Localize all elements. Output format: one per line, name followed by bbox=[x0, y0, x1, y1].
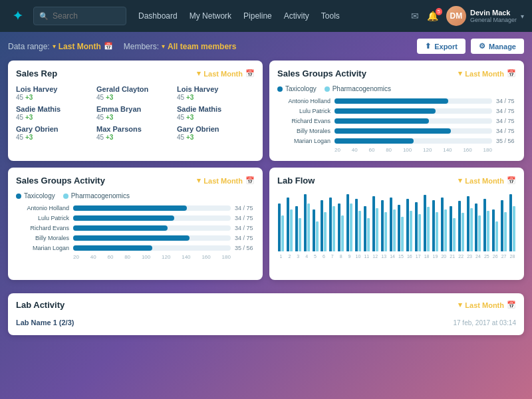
lf-bar-wrap bbox=[483, 199, 489, 251]
bar-label: Antonio Holland bbox=[16, 205, 69, 211]
rep-name: Lois Harvey bbox=[16, 85, 94, 93]
lf-bar-wrap bbox=[390, 198, 396, 251]
lf-bar-light bbox=[436, 212, 438, 251]
bar-row: Antonio Holland 34 / 75 bbox=[277, 98, 516, 104]
lab-activity-item: Lab Name 1 (2/3) 17 feb, 2017 at 03:14 bbox=[16, 317, 516, 329]
lf-label: 7 bbox=[331, 254, 334, 259]
nav-link-activity[interactable]: Activity bbox=[284, 11, 309, 21]
lf-label: 1 bbox=[279, 254, 282, 259]
bar-row: Antonio Holland 34 / 75 bbox=[16, 205, 255, 211]
legend-label: Taxicology bbox=[285, 85, 317, 92]
lf-bar-dark bbox=[313, 209, 315, 251]
lf-bar-wrap bbox=[372, 196, 378, 251]
bar-row: Marian Logan 35 / 56 bbox=[277, 138, 516, 144]
lf-bar-light bbox=[324, 212, 327, 251]
bar-track bbox=[334, 98, 492, 104]
rep-stats: 45 +3 bbox=[96, 114, 174, 121]
axis-label: 100 bbox=[403, 147, 412, 153]
user-name: Devin Mack bbox=[470, 9, 517, 17]
sales-groups-top-period-value[interactable]: Last Month bbox=[465, 70, 504, 78]
lab-flow-column: 7 bbox=[329, 198, 336, 259]
lf-bar-light bbox=[470, 208, 473, 251]
sales-groups-bottom-title: Sales Groups Activity bbox=[16, 176, 105, 186]
lf-bar-light bbox=[393, 209, 396, 251]
la-cal-icon[interactable]: 📅 bbox=[507, 301, 516, 309]
bar-label: Lulu Patrick bbox=[16, 215, 69, 221]
bar-fill-dark bbox=[334, 118, 429, 124]
lf-bar-wrap bbox=[295, 206, 301, 251]
axis-label: 160 bbox=[201, 254, 210, 260]
lf-cal-icon[interactable]: 📅 bbox=[507, 176, 516, 185]
nav-link-pipeline[interactable]: Pipeline bbox=[243, 11, 272, 21]
lf-bar-wrap bbox=[450, 206, 456, 251]
lf-label: 3 bbox=[297, 254, 299, 259]
search-box[interactable]: 🔍 bbox=[33, 7, 126, 25]
rep-item: Lois Harvey 45 +3 bbox=[177, 85, 255, 101]
lf-bar-dark bbox=[475, 203, 477, 251]
rep-stats: 45 +3 bbox=[16, 114, 94, 121]
sgt-legend: TaxicologyPharmacogenomics bbox=[277, 85, 516, 92]
nav-link-tools[interactable]: Tools bbox=[321, 11, 340, 21]
lf-label: 28 bbox=[510, 254, 515, 259]
search-input[interactable] bbox=[53, 11, 120, 21]
axis-label: 180 bbox=[483, 147, 492, 153]
date-range-filter: Data range: ▾ Last Month 📅 bbox=[8, 42, 113, 51]
lab-activity-period-value[interactable]: Last Month bbox=[465, 301, 504, 309]
bar-value: 35 / 56 bbox=[235, 245, 255, 251]
bar-label: Richard Evans bbox=[277, 118, 331, 124]
lf-label: 27 bbox=[501, 254, 507, 259]
lf-bar-light bbox=[495, 221, 498, 251]
sgb-bar-chart: Antonio Holland 34 / 75 Lulu Patrick 34 … bbox=[16, 205, 255, 251]
rep-item: Lois Harvey 45 +3 bbox=[16, 85, 94, 101]
lab-flow-title: Lab Flow bbox=[277, 176, 315, 186]
lf-label: 21 bbox=[450, 254, 455, 259]
members-label: Members: bbox=[124, 42, 159, 51]
sales-groups-bottom-period-value[interactable]: Last Month bbox=[203, 177, 243, 185]
date-calendar-icon[interactable]: 📅 bbox=[104, 42, 113, 51]
sgb-cal-icon[interactable]: 📅 bbox=[245, 176, 255, 185]
lf-bar-light bbox=[376, 208, 378, 251]
sales-groups-top-period: ▾ Last Month 📅 bbox=[458, 69, 516, 78]
lf-bar-wrap bbox=[415, 202, 421, 251]
nav-right: ✉ 🔔5 DM Devin Mack General Manager ▾ bbox=[411, 6, 524, 26]
nav-link-dashboard[interactable]: Dashboard bbox=[138, 11, 178, 21]
legend-item: Taxicology bbox=[16, 192, 55, 200]
lf-bar-dark bbox=[321, 200, 323, 251]
lab-flow-column: 15 bbox=[397, 205, 404, 259]
bar-label: Marian Logan bbox=[16, 245, 69, 251]
lf-label: 22 bbox=[458, 254, 464, 259]
lab-flow-column: 10 bbox=[354, 199, 362, 259]
lab-flow-column: 22 bbox=[458, 201, 465, 259]
nav-link-my-network[interactable]: My Network bbox=[190, 11, 231, 21]
bell-icon[interactable]: 🔔5 bbox=[427, 11, 438, 21]
export-icon: ⬆ bbox=[425, 42, 431, 51]
bar-track bbox=[334, 108, 492, 114]
lf-bar-wrap bbox=[432, 200, 438, 251]
lab-flow-period-value[interactable]: Last Month bbox=[465, 177, 504, 185]
sgt-cal-icon[interactable]: 📅 bbox=[507, 69, 516, 78]
lab-flow-column: 19 bbox=[432, 200, 439, 259]
lf-bar-wrap bbox=[321, 200, 327, 251]
lf-bar-dark bbox=[329, 198, 332, 251]
lf-bar-light bbox=[307, 203, 310, 251]
lab-flow-column: 23 bbox=[466, 196, 473, 259]
rep-name: Gary Obrien bbox=[16, 125, 94, 133]
export-button[interactable]: ⬆ Export bbox=[417, 39, 466, 54]
user-menu[interactable]: DM Devin Mack General Manager ▾ bbox=[446, 6, 524, 26]
rep-stats: 45 +3 bbox=[96, 94, 174, 101]
lab-flow-column: 9 bbox=[346, 194, 353, 259]
manage-button[interactable]: ⚙ Manage bbox=[471, 39, 524, 54]
lf-bar-dark bbox=[287, 198, 289, 251]
sales-rep-period-value[interactable]: Last Month bbox=[203, 70, 243, 78]
members-value[interactable]: All team members bbox=[168, 42, 236, 51]
sales-rep-cal-icon[interactable]: 📅 bbox=[245, 69, 255, 78]
date-range-value[interactable]: Last Month bbox=[59, 42, 101, 51]
mail-icon[interactable]: ✉ bbox=[411, 11, 419, 21]
rep-item: Emma Bryan 45 +3 bbox=[96, 105, 174, 121]
lab-flow-chart: 1 2 3 4 5 6 7 bbox=[277, 192, 516, 272]
lf-bar-dark bbox=[355, 199, 358, 251]
bar-row: Lulu Patrick 34 / 75 bbox=[16, 215, 255, 221]
bar-label: Lulu Patrick bbox=[277, 108, 331, 114]
bar-label: Marian Logan bbox=[277, 138, 331, 144]
axis-label: 20 bbox=[73, 254, 79, 260]
